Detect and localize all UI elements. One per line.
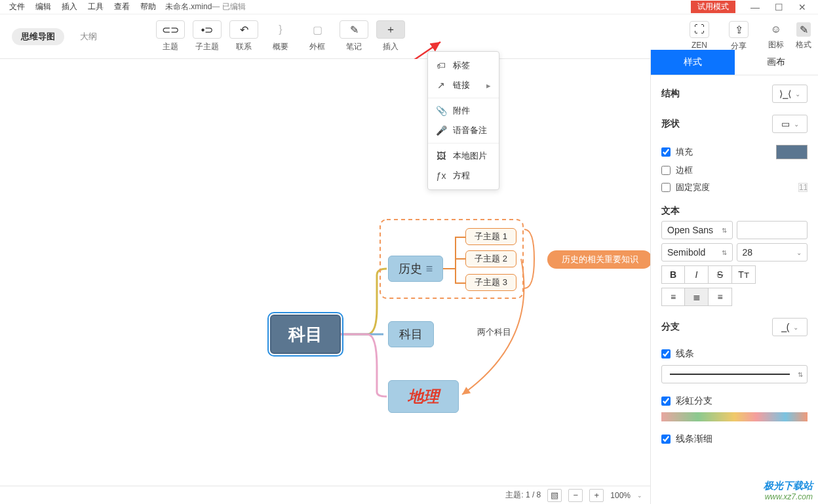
side-panel: 样式 画布 结构⟩⎯⟨ ⌄ 形状▭ ⌄ 填充 边框 固定宽度 文本 Open S… bbox=[650, 50, 818, 59]
view-outline[interactable]: 大纲 bbox=[71, 28, 106, 45]
tool-icons[interactable]: ☺图标 bbox=[768, 22, 784, 50]
filename: 未命名.xmind bbox=[165, 1, 212, 12]
tool-format[interactable]: ✎格式 bbox=[796, 22, 811, 50]
window-close[interactable]: ✕ bbox=[790, 2, 814, 12]
trial-badge[interactable]: 试用模式 bbox=[691, 1, 735, 13]
insert-dropdown: 🏷标签 ↗链接▸ 📎附件 🎤语音备注 🖼本地图片 ƒx方程 bbox=[427, 51, 499, 59]
insert-label[interactable]: 🏷标签 bbox=[428, 56, 499, 59]
window-maximize[interactable]: ☐ bbox=[767, 2, 790, 12]
tool-subtopic[interactable]: •⊃子主题 bbox=[189, 20, 225, 52]
tool-share[interactable]: ⇪分享 bbox=[729, 21, 749, 52]
titlebar: 文件 编辑 插入 工具 查看 帮助 未命名.xmind — 已编辑 试用模式 —… bbox=[0, 0, 818, 14]
tool-insert[interactable]: ＋插入 bbox=[372, 20, 409, 52]
menu-tools[interactable]: 工具 bbox=[83, 0, 109, 14]
view-mindmap[interactable]: 思维导图 bbox=[12, 28, 64, 45]
tab-style[interactable]: 样式 bbox=[651, 50, 735, 59]
tool-topic[interactable]: ⊂⊃主题 bbox=[152, 20, 189, 52]
tool-note[interactable]: ✎笔记 bbox=[336, 20, 372, 52]
tool-relation[interactable]: ↶联系 bbox=[225, 20, 262, 52]
tool-zen[interactable]: ⛶ZEN bbox=[690, 21, 709, 52]
menu-help[interactable]: 帮助 bbox=[135, 0, 161, 14]
menu-insert[interactable]: 插入 bbox=[56, 0, 83, 14]
edited-indicator: — 已编辑 bbox=[212, 1, 245, 12]
tool-boundary[interactable]: ▢外框 bbox=[299, 20, 336, 52]
window-minimize[interactable]: — bbox=[743, 2, 767, 12]
menu-file[interactable]: 文件 bbox=[4, 0, 30, 14]
menu-edit[interactable]: 编辑 bbox=[30, 0, 56, 14]
menu-view[interactable]: 查看 bbox=[109, 0, 135, 14]
tool-summary[interactable]: }​概要 bbox=[262, 20, 299, 52]
tab-canvas[interactable]: 画布 bbox=[735, 50, 819, 59]
